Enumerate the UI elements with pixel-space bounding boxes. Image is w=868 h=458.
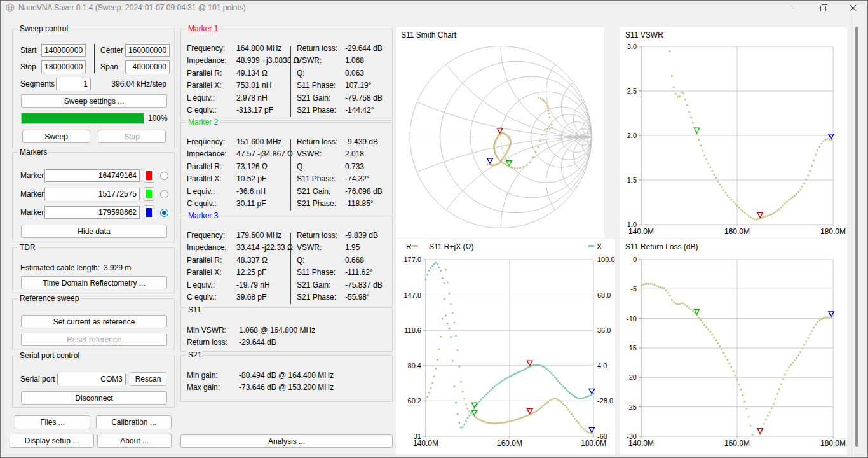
center-input[interactable] [125,44,170,57]
chart-title: S11 R+jX (Ω) [429,242,473,251]
marker-2-select-radio[interactable] [160,190,168,198]
window-title: NanoVNA Saver 0.1.4 (Sweep: 2024-01-07 0… [18,3,246,12]
s21-info-box: S21 Min gain:-80.494 dB @ 164.400 MHzMax… [180,355,393,402]
field-label: L equiv.: [187,281,236,289]
chart-rloss-svg[interactable]: 0-5-10-15-20-25-30140.0M160.0M180.0MS11 … [620,239,847,455]
marker-1-data-row: S21 Phase:-144.42° [297,106,391,118]
field-label: S21 Gain: [297,94,345,102]
field-label: Q: [297,69,345,78]
marker-1-data-title: Marker 1 [186,24,220,33]
field-value: -73.646 dB @ 153.200 MHz [239,383,334,395]
field-value: -29.644 dB [345,44,383,53]
vswr-chart-panel[interactable]: 3.02.52.01.51.0140.0M160.0M180.0MS11 VSW… [620,27,847,238]
marker-2-triangle[interactable] [694,128,699,133]
field-value: 107.19° [345,81,372,90]
field-value: -9.839 dB [345,231,378,240]
field-label: Impedance: [187,243,236,252]
marker-3-data-row: C equiv.:39.68 pF [187,293,288,305]
span-input[interactable] [125,60,170,73]
markers-title: Markers [18,148,49,156]
y-tick-label: -20 [627,373,637,381]
start-input[interactable] [41,44,86,57]
field-value: -36.6 nH [236,187,266,196]
x-tick-label: 140.0M [628,227,654,236]
return-loss-chart-panel[interactable]: 0-5-10-15-20-25-30140.0M160.0M180.0MS11 … [620,239,847,455]
smith-chart-panel[interactable]: S11 Smith Chart [396,27,604,238]
marker-2-color-button[interactable] [144,187,154,201]
marker-3-color-button[interactable] [144,205,154,219]
marker-3-select-radio[interactable] [160,209,168,217]
field-value: -80.494 dB @ 164.400 MHz [239,371,334,383]
marker-2-data-box: Marker 2 Frequency:151.600 MHzImpedance:… [180,122,393,214]
field-label: L equiv.: [187,94,236,102]
app-window: NanoVNA Saver 0.1.4 (Sweep: 2024-01-07 0… [0,0,868,458]
field-value: -79.758 dB [345,94,383,102]
marker-1-data-row: S21 Gain:-79.758 dB [297,94,391,106]
marker-1-data-row: L equiv.:2.978 nH [187,94,288,106]
chart-smith-svg[interactable]: S11 Smith Chart [396,27,604,238]
chart-vswr-svg[interactable]: 3.02.52.01.51.0140.0M160.0M180.0MS11 VSW… [620,27,847,238]
field-value: 48.939 +j3.0838 Ω [236,56,299,65]
charts-scrollbar[interactable] [851,15,862,457]
marker-1-triangle[interactable] [757,212,763,218]
field-value: 0.733 [345,162,364,171]
restore-button[interactable] [809,1,838,15]
analysis-button[interactable]: Analysis ... [180,434,393,448]
field-label: Frequency: [187,137,236,146]
step-info: 396.04 kHz/step [111,80,166,88]
field-label: S21 Gain: [297,187,345,196]
hide-data-button[interactable]: Hide data [21,225,167,238]
stop-button[interactable]: Stop [98,130,166,143]
reset-reference-button[interactable]: Reset reference [21,333,167,346]
field-value: -313.17 pF [236,106,273,114]
marker-1-triangle[interactable] [757,429,763,434]
marker-1-triangle[interactable] [527,361,532,366]
disconnect-button[interactable]: Disconnect [21,391,167,405]
marker-2-frequency-input[interactable] [44,188,140,200]
marker-1-select-radio[interactable] [160,172,168,180]
rjx-chart-panel[interactable]: 177.0147.8118.689.460.231100.068.036.04.… [396,239,615,455]
serial-port-input[interactable] [57,373,126,385]
field-label: Parallel R: [187,256,236,265]
chart-title: S11 VSWR [625,31,663,39]
field-value: -29.644 dB [239,338,276,350]
field-label: Return loss: [187,338,239,350]
x-tick-label: 160.0M [497,439,522,448]
s11-info-row: Return loss:-29.644 dB [187,338,315,350]
tdr-button[interactable]: Time Domain Reflectometry ... [21,276,167,289]
sweep-settings-button[interactable]: Sweep settings ... [21,94,167,108]
x-tick-label: 160.0M [724,227,750,236]
window-controls [780,1,867,15]
marker-3-triangle[interactable] [487,158,492,163]
minimize-button[interactable] [780,1,809,15]
x-tick-label: 140.0M [628,439,654,448]
field-value: 179.600 MHz [236,231,281,240]
marker-1-data-row: C equiv.:-313.17 pF [187,106,288,118]
segments-input[interactable] [56,78,91,90]
calibration-button[interactable]: Calibration ... [96,415,172,429]
files-button[interactable]: Files ... [15,415,90,429]
marker-1-triangle[interactable] [527,409,532,414]
marker-1-frequency-input[interactable] [44,169,140,182]
close-button[interactable] [838,1,867,15]
about-button[interactable]: About ... [97,434,172,448]
set-reference-button[interactable]: Set current as reference [21,315,167,328]
rescan-button[interactable]: Rescan [130,372,166,386]
marker-1-color-button[interactable] [144,169,154,183]
marker-3-frequency-input[interactable] [44,206,140,219]
marker-1-data-row: VSWR:1.068 [297,56,391,68]
marker-2-data-row: L equiv.:-36.6 nH [187,187,288,199]
field-label: Min VSWR: [187,326,239,338]
marker-2-color-swatch [146,190,152,198]
field-label: Max gain: [187,383,239,395]
s11-info-title: S11 [186,305,203,314]
reference-sweep-title: Reference sweep [18,294,81,303]
display-setup-button[interactable]: Display setup ... [10,434,94,448]
y-tick-label: -25 [627,403,637,411]
center-label: Center [100,46,123,55]
stop-input[interactable] [41,60,86,73]
s21-info-row: Max gain:-73.646 dB @ 153.200 MHz [187,383,334,395]
sweep-button[interactable]: Sweep [22,130,90,143]
chart-rjx-svg[interactable]: 177.0147.8118.689.460.231100.068.036.04.… [396,239,615,455]
charts-scrollbar-thumb[interactable] [855,27,858,447]
